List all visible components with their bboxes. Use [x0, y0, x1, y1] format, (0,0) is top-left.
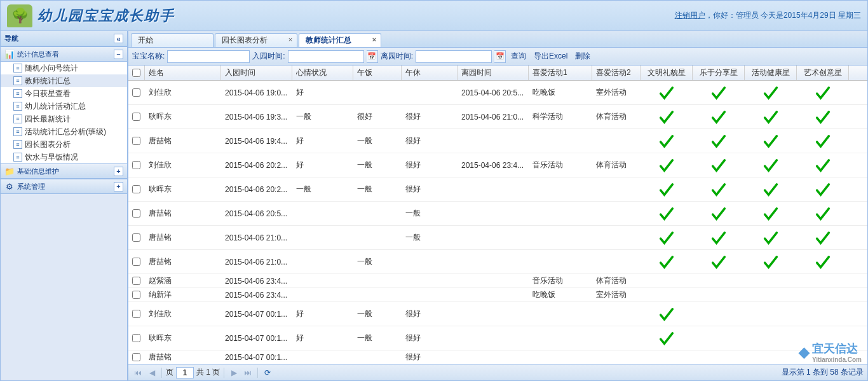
page-number-input[interactable] [176, 367, 194, 378]
in-time-label: 入园时间: [252, 51, 285, 62]
row-checkbox[interactable] [132, 88, 140, 97]
tree-leaf-icon: ≡ [13, 114, 22, 123]
in-time-input[interactable] [288, 50, 364, 63]
tree-leaf-icon: ≡ [13, 153, 22, 162]
star-cell [641, 132, 693, 150]
star-cell [745, 253, 797, 271]
row-checkbox[interactable] [132, 258, 140, 266]
table-row[interactable]: 耿晖东 2015-04-07 00:1... 好 一般 很好 [128, 326, 867, 350]
row-checkbox[interactable] [132, 185, 140, 193]
row-checkbox[interactable] [132, 161, 140, 169]
filter-toolbar: 宝宝名称: 入园时间: 📅 离园时间: 📅 查询 导出Excel 删除 [128, 48, 867, 66]
tab[interactable]: 开始 [131, 33, 214, 47]
tree-item[interactable]: ≡活动统计汇总分析(班级) [1, 125, 127, 138]
refresh-icon[interactable]: ⟳ [262, 367, 273, 378]
table-row[interactable]: 刘佳欣 2015-04-06 20:2... 好 一般 很好 2015-04-0… [128, 153, 867, 177]
col-nap[interactable]: 午休 [402, 66, 458, 80]
row-checkbox[interactable] [132, 137, 140, 145]
table-row[interactable]: 唐喆铭 2015-04-07 00:1... 很好 [128, 350, 867, 364]
pager-info: 显示第 1 条到 58 条记录 [782, 367, 864, 378]
row-checkbox[interactable] [132, 209, 140, 218]
tree-item[interactable]: ≡教师统计汇总 [1, 74, 127, 87]
tab[interactable]: 园长图表分析× [215, 33, 297, 47]
tree-item[interactable]: ≡饮水与早饭情况 [1, 151, 127, 163]
accordion-panel-1[interactable]: 📁基础信息维护+ [1, 163, 127, 179]
tree-item[interactable]: ≡园长图表分析 [1, 138, 127, 151]
table-row[interactable]: 耿晖东 2015-04-06 20:2... 一般 一般 很好 [128, 177, 867, 202]
col-star-share[interactable]: 乐于分享星 [693, 66, 745, 80]
star-cell [693, 108, 745, 126]
row-checkbox[interactable] [132, 353, 140, 361]
star-cell [745, 132, 797, 150]
col-activity2[interactable]: 喜爱活动2 [592, 66, 641, 80]
col-out-time[interactable]: 离园时间 [458, 66, 529, 80]
table-row[interactable]: 唐喆铭 2015-04-06 20:5... 一般 [128, 202, 867, 226]
panel-icon: ⚙ [4, 181, 15, 191]
row-checkbox[interactable] [132, 277, 140, 285]
star-cell [641, 84, 693, 102]
table-row[interactable]: 唐喆铭 2015-04-06 19:4... 好 一般 很好 [128, 129, 867, 153]
col-in-time[interactable]: 入园时间 [221, 66, 292, 80]
star-cell [797, 156, 849, 174]
star-cell [745, 205, 797, 223]
star-cell [797, 229, 849, 247]
star-cell [797, 205, 849, 223]
table-row[interactable]: 唐喆铭 2015-04-06 21:0... 一般 [128, 250, 867, 274]
main-panel: 开始园长图表分析×教师统计汇总× 宝宝名称: 入园时间: 📅 离园时间: 📅 查… [128, 31, 867, 380]
accordion-panel-0[interactable]: 📊统计信息查看− [1, 46, 127, 62]
row-checkbox[interactable] [132, 291, 140, 299]
star-cell [641, 205, 693, 223]
col-star-art[interactable]: 艺术创意星 [797, 66, 849, 80]
out-time-label: 离园时间: [381, 51, 413, 62]
table-row[interactable]: 耿晖东 2015-04-06 19:3... 一般 很好 很好 2015-04-… [128, 105, 867, 129]
page-pre-label: 页 [166, 367, 173, 378]
expand-icon[interactable]: + [114, 167, 123, 176]
tree-leaf-icon: ≡ [13, 140, 22, 149]
select-all-checkbox[interactable] [132, 69, 140, 77]
col-mood[interactable]: 心情状况 [292, 66, 353, 80]
last-page-icon[interactable]: ⏭ [242, 367, 254, 378]
table-row[interactable]: 刘佳欣 2015-04-06 19:0... 好 2015-04-06 20:5… [128, 81, 867, 105]
table-row[interactable]: 刘佳欣 2015-04-07 00:1... 好 一般 很好 [128, 302, 867, 326]
prev-page-icon[interactable]: ◀ [146, 367, 158, 378]
tree-item[interactable]: ≡园长最新统计 [1, 113, 127, 125]
close-tab-icon[interactable]: × [287, 36, 294, 43]
export-excel-button[interactable]: 导出Excel [531, 51, 570, 62]
first-page-icon[interactable]: ⏮ [132, 367, 144, 378]
expand-icon[interactable]: + [114, 182, 123, 191]
accordion-panel-2[interactable]: ⚙系统管理+ [1, 179, 127, 194]
row-checkbox[interactable] [132, 310, 140, 318]
star-cell [693, 181, 745, 198]
table-row[interactable]: 纳新洋 2015-04-06 23:4... 吃晚饭 室外活动 [128, 288, 867, 302]
row-checkbox[interactable] [132, 113, 140, 121]
tree-item[interactable]: ≡幼儿统计活动汇总 [1, 100, 127, 113]
grid-body[interactable]: 刘佳欣 2015-04-06 19:0... 好 2015-04-06 20:5… [128, 81, 867, 364]
col-star-health[interactable]: 活动健康星 [745, 66, 797, 80]
collapse-icon[interactable]: − [114, 50, 123, 59]
app-title: 幼儿园宝宝成长助手 [37, 6, 175, 25]
tree-item[interactable]: ≡随机小问号统计 [1, 62, 127, 74]
close-tab-icon[interactable]: × [370, 36, 378, 43]
next-page-icon[interactable]: ▶ [228, 367, 240, 378]
row-checkbox[interactable] [132, 334, 140, 342]
star-cell [745, 229, 797, 247]
col-name[interactable]: 姓名 [145, 66, 221, 80]
query-button[interactable]: 查询 [508, 51, 529, 62]
tree-item[interactable]: ≡今日获星查看 [1, 87, 127, 100]
sidebar-title-bar: 导航 « [1, 31, 127, 46]
logout-link[interactable]: 注销用户 [675, 11, 705, 20]
star-cell [693, 253, 745, 271]
out-time-date-picker-icon[interactable]: 📅 [494, 50, 506, 63]
table-row[interactable]: 唐喆铭 2015-04-06 21:0... 一般 [128, 226, 867, 250]
delete-button[interactable]: 删除 [573, 51, 593, 62]
col-star-polite[interactable]: 文明礼貌星 [641, 66, 693, 80]
tab[interactable]: 教师统计汇总× [299, 33, 381, 47]
baby-name-input[interactable] [167, 50, 250, 63]
in-time-date-picker-icon[interactable]: 📅 [367, 50, 378, 63]
table-row[interactable]: 赵紫涵 2015-04-06 23:4... 音乐活动 体育活动 [128, 274, 867, 288]
row-checkbox[interactable] [132, 233, 140, 242]
out-time-input[interactable] [416, 50, 492, 63]
collapse-sidebar-icon[interactable]: « [114, 34, 123, 43]
col-activity1[interactable]: 喜爱活动1 [529, 66, 592, 80]
col-lunch[interactable]: 午饭 [353, 66, 402, 80]
